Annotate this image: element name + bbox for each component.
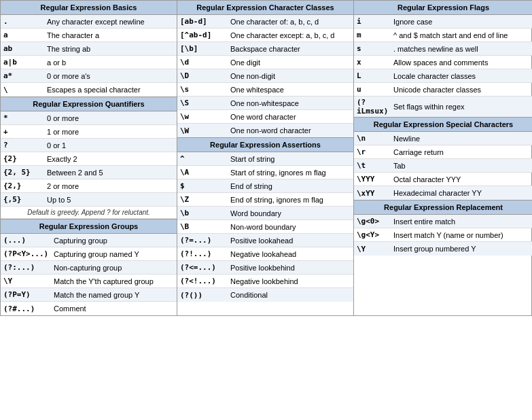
table-row: s . matches newline as well <box>354 42 532 56</box>
key: \Z <box>180 195 228 204</box>
val: a or b <box>47 58 174 67</box>
quantifiers-section: Regular Expression Quantifiers * 0 or mo… <box>1 97 177 220</box>
val: One digit <box>230 58 351 67</box>
val: Comment <box>54 304 174 313</box>
key: (?<!...) <box>180 277 228 285</box>
groups-header: Regular Expression Groups <box>1 220 177 234</box>
special-header: Regular Expression Special Characters <box>354 118 532 132</box>
val: Locale character classes <box>393 72 530 80</box>
col2: Regular Expression Character Classes [ab… <box>177 1 354 315</box>
col3: Regular Expression Flags i Ignore case m… <box>354 1 532 315</box>
val: One word character <box>230 113 351 121</box>
assertions-header: Regular Expression Assertions <box>177 138 353 152</box>
key: $ <box>180 181 228 190</box>
val: . matches newline as well <box>393 45 530 53</box>
key: a|b <box>3 58 44 67</box>
val: Match the named group Y <box>54 291 174 299</box>
val: Octal character YYY <box>393 175 530 183</box>
table-row: [ab-d] One character of: a, b, c, d <box>177 15 353 29</box>
val: Set flags within regex <box>393 103 530 111</box>
table-row: \r Carriage return <box>354 145 532 159</box>
table-row: \Y Match the Y'th captured group <box>1 275 177 288</box>
table-row: {2,} 2 or more <box>1 179 177 193</box>
key: a <box>3 31 44 39</box>
quantifiers-note: Default is greedy. Append ? for reluctan… <box>1 207 177 219</box>
val: The character a <box>47 31 174 39</box>
val: Escapes a special character <box>47 86 174 94</box>
table-row: (?iLmsux) Set flags within regex <box>354 97 532 117</box>
table-row: {,5} Up to 5 <box>1 193 177 207</box>
classes-section: Regular Expression Character Classes [ab… <box>177 1 353 138</box>
table-row: (?()) Conditional <box>177 288 353 302</box>
val: Start of string, ignores m flag <box>230 169 351 177</box>
val: ^ and $ match start and end of line <box>393 31 530 39</box>
val: One non-whitespace <box>230 99 351 107</box>
val: Carriage return <box>393 148 530 156</box>
key: . <box>3 17 44 26</box>
key: \d <box>180 58 228 67</box>
val: Hexadecimal character YY <box>393 189 530 197</box>
table-row: i Ignore case <box>354 15 532 29</box>
table-row: (?=...) Positive lookahead <box>177 234 353 247</box>
val: Negative lookahead <box>230 250 351 258</box>
val: The string ab <box>47 45 174 53</box>
table-row: {2, 5} Between 2 and 5 <box>1 166 177 179</box>
key: + <box>3 127 44 136</box>
table-row: \Y Insert group numbered Y <box>354 242 532 256</box>
val: 0 or more <box>47 114 174 122</box>
val: Allow spaces and comments <box>393 58 530 67</box>
key: (?P<Y>...) <box>3 249 51 258</box>
key: \YYY <box>357 175 391 183</box>
val: 0 or 1 <box>47 141 174 150</box>
key: {2,} <box>3 181 44 190</box>
table-row: \A Start of string, ignores m flag <box>177 166 353 179</box>
val: Tab <box>393 162 530 170</box>
table-row: \t Tab <box>354 159 532 173</box>
val: Capturing group named Y <box>54 250 174 258</box>
table-row: \g<0> Insert entire match <box>354 215 532 228</box>
key: m <box>357 31 391 39</box>
val: Any character except newline <box>47 18 174 26</box>
val: Ignore case <box>393 18 530 26</box>
val: Backspace character <box>230 45 351 53</box>
val: 2 or more <box>47 182 174 190</box>
table-row: \B Non-word boundary <box>177 220 353 234</box>
val: End of string, ignores m flag <box>230 196 351 204</box>
table-row: (...) Capturing group <box>1 234 177 247</box>
val: One whitespace <box>230 86 351 94</box>
key: \Y <box>357 245 391 253</box>
key: \ <box>3 86 44 94</box>
table-row: \s One whitespace <box>177 83 353 97</box>
val: Capturing group <box>54 237 174 245</box>
val: Word boundary <box>230 209 351 217</box>
key: \n <box>357 134 391 143</box>
val: Conditional <box>230 291 351 299</box>
key: {2} <box>3 154 44 163</box>
table-row: {2} Exactly 2 <box>1 152 177 166</box>
key: u <box>357 85 391 94</box>
key: \g<Y> <box>357 230 391 239</box>
table-row: . Any character except newline <box>1 15 177 29</box>
key: ab <box>3 44 44 53</box>
table-row: \g<Y> Insert match Y (name or number) <box>354 228 532 242</box>
key: \xYY <box>357 189 391 198</box>
key: \S <box>180 99 228 107</box>
key: \A <box>180 168 228 177</box>
val: Insert match Y (name or number) <box>393 231 530 239</box>
val: Exactly 2 <box>47 155 174 163</box>
val: Match the Y'th captured group <box>54 277 174 285</box>
val: Non-capturing group <box>54 264 174 272</box>
table-row: (?<!...) Negative lookbehind <box>177 275 353 288</box>
table-row: x Allow spaces and comments <box>354 56 532 69</box>
val: One character except: a, b, c, d <box>230 31 351 39</box>
table-row: \ Escapes a special character <box>1 83 177 97</box>
key: (?:...) <box>3 263 51 272</box>
table-row: [^ab-d] One character except: a, b, c, d <box>177 29 353 42</box>
key: \s <box>180 85 228 94</box>
col1: Regular Expression Basics . Any characte… <box>1 1 177 315</box>
key: \Y <box>3 277 51 285</box>
table-row: \W One non-word character <box>177 124 353 137</box>
key: [ab-d] <box>180 17 228 26</box>
key: L <box>357 71 391 80</box>
val: Insert group numbered Y <box>393 245 530 253</box>
